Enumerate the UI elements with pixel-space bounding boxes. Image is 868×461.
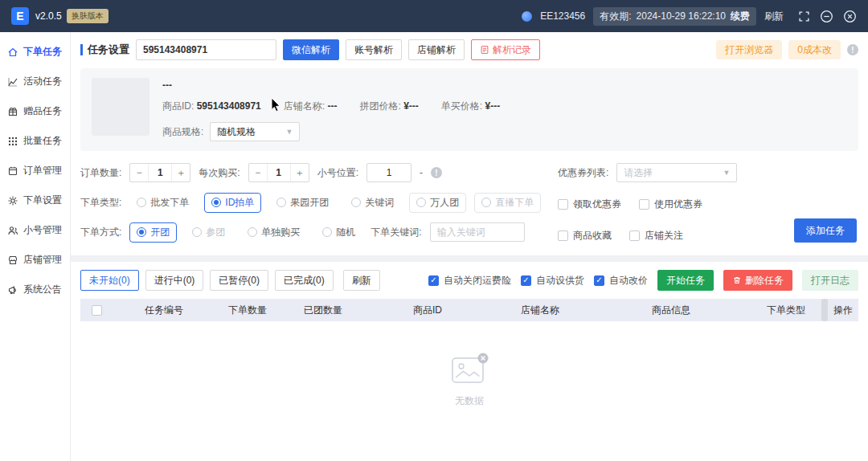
follow-shop-checkbox[interactable]: 店铺关注 [629, 229, 683, 243]
refresh-link[interactable]: 刷新 [764, 10, 784, 23]
sidebar-item-order-manage[interactable]: 订单管理 [0, 156, 70, 186]
position-input[interactable] [366, 163, 411, 182]
app-version: v2.0.5 [35, 10, 62, 22]
product-card: --- 商品ID: 595143408971 店铺名称: --- 拼团价格: ¥… [80, 68, 858, 151]
sidebar-item-shop-manage[interactable]: 店铺管理 [0, 245, 70, 275]
product-id-input[interactable] [136, 39, 276, 60]
sidebar-item-label: 下单设置 [23, 194, 62, 207]
refresh-list-button[interactable]: 刷新 [343, 270, 380, 291]
minimize-icon[interactable] [820, 10, 833, 23]
document-icon [480, 45, 489, 55]
radio-icon [416, 198, 426, 207]
shop-parse-button[interactable]: 店铺解析 [408, 39, 465, 60]
radio-icon [481, 198, 491, 207]
order-type-id[interactable]: ID拍单 [204, 193, 261, 213]
order-type-wholesale[interactable]: 批发下单 [129, 193, 196, 213]
favorite-product-checkbox[interactable]: 商品收藏 [558, 229, 612, 243]
zero-cost-button[interactable]: 0成本改 [788, 40, 841, 59]
position-info-icon[interactable]: ! [431, 167, 442, 178]
order-mode-random[interactable]: 随机 [315, 222, 362, 243]
chevron-down-icon: ▼ [285, 128, 293, 136]
tab-completed[interactable]: 已完成(0) [275, 270, 334, 291]
radio-icon [211, 198, 221, 207]
per-buy-label: 每次购买: [199, 166, 240, 180]
auto-close-freight-checkbox[interactable]: 自动关闭运费险 [428, 274, 511, 288]
order-mode-open-group[interactable]: 开团 [129, 222, 177, 243]
order-type-group10k[interactable]: 万人团 [409, 193, 466, 213]
group-price-value: ¥--- [403, 100, 419, 112]
sidebar-item-account-manage[interactable]: 小号管理 [0, 215, 70, 245]
shop-name-label: 店铺名称: [284, 100, 325, 112]
per-buy-stepper[interactable]: −1＋ [248, 163, 309, 182]
order-type-keyword[interactable]: 关键词 [344, 193, 401, 213]
renew-link[interactable]: 续费 [731, 10, 750, 23]
keyword-input[interactable] [430, 222, 525, 242]
empty-text: 无数据 [455, 394, 484, 408]
account-parse-button[interactable]: 账号解析 [346, 39, 402, 60]
sidebar-item-system-notice[interactable]: 系统公告 [0, 275, 70, 304]
tab-in-progress[interactable]: 进行中(0) [145, 270, 204, 291]
coupon-list-label: 优惠券列表: [558, 166, 608, 180]
main-content: 任务设置 微信解析 账号解析 店铺解析 解析记录 打开浏览器 0成本改 ! --… [71, 32, 868, 461]
fullscreen-icon[interactable] [798, 10, 810, 22]
validity-value: 2024-10-29 16:22:10 [637, 10, 726, 22]
trash-icon [732, 275, 742, 285]
plus-icon[interactable]: ＋ [291, 166, 309, 180]
column-product-info: 商品信息 [592, 304, 751, 317]
megaphone-icon [7, 284, 18, 296]
account-status-dot [522, 11, 532, 22]
position-label: 小号位置: [317, 166, 358, 180]
checkbox-icon [639, 199, 649, 210]
checkbox-checked-icon [521, 275, 531, 286]
coupon-select[interactable]: 请选择 ▼ [616, 163, 737, 182]
version-badge: 换肤版本 [67, 9, 108, 23]
column-product-id: 商品ID [366, 304, 489, 317]
get-coupon-checkbox[interactable]: 领取优惠券 [558, 198, 621, 211]
product-title: --- [162, 80, 500, 91]
sidebar-item-order-settings[interactable]: 下单设置 [0, 186, 70, 215]
auto-supply-checkbox[interactable]: 自动设供货 [521, 274, 584, 288]
start-task-button[interactable]: 开始任务 [657, 270, 714, 291]
order-qty-label: 订单数量: [80, 166, 121, 180]
order-mode-single-buy[interactable]: 单独购买 [240, 222, 307, 243]
sidebar-item-order-task[interactable]: 下单任务 [0, 37, 70, 67]
order-type-label: 下单类型: [80, 196, 121, 210]
sidebar-item-label: 小号管理 [23, 223, 62, 237]
use-coupon-checkbox[interactable]: 使用优惠券 [639, 198, 702, 211]
home-icon [7, 47, 18, 58]
product-image-placeholder [92, 78, 149, 136]
sidebar-item-label: 系统公告 [23, 283, 62, 296]
delete-task-button[interactable]: 删除任务 [723, 270, 792, 291]
table-scrollbar[interactable] [821, 299, 828, 321]
open-log-button[interactable]: 打开日志 [802, 270, 858, 291]
column-order-type: 下单类型 [751, 304, 821, 317]
grid-icon [7, 136, 18, 147]
sidebar-item-batch-task[interactable]: 批量任务 [0, 126, 70, 156]
tab-paused[interactable]: 已暂停(0) [210, 270, 268, 291]
wechat-parse-button[interactable]: 微信解析 [283, 39, 339, 60]
task-setup-panel: 任务设置 微信解析 账号解析 店铺解析 解析记录 打开浏览器 0成本改 ! --… [71, 32, 868, 255]
info-icon[interactable]: ! [847, 44, 858, 55]
add-task-button[interactable]: 添加任务 [794, 218, 857, 243]
radio-icon [322, 227, 332, 237]
spec-select[interactable]: 随机规格 ▼ [210, 122, 300, 141]
order-type-orchard[interactable]: 果园开团 [269, 193, 336, 213]
close-icon[interactable] [843, 10, 857, 23]
column-shop-name: 店铺名称 [489, 304, 592, 317]
order-qty-stepper[interactable]: −1＋ [129, 163, 190, 182]
parse-record-button[interactable]: 解析记录 [471, 39, 540, 60]
minus-icon[interactable]: − [130, 167, 148, 178]
tab-not-started[interactable]: 未开始(0) [80, 270, 139, 291]
order-options: 订单数量: −1＋ 每次购买: −1＋ 小号位置: - ! [80, 162, 858, 246]
radio-icon [137, 227, 146, 237]
sidebar-item-activity-task[interactable]: 活动任务 [0, 67, 70, 96]
auto-reprice-checkbox[interactable]: 自动改价 [594, 274, 648, 288]
empty-state: 无数据 [71, 321, 868, 461]
plus-icon[interactable]: ＋ [172, 166, 190, 180]
select-all-checkbox[interactable] [92, 305, 102, 316]
sidebar-item-gift-task[interactable]: 赠品任务 [0, 96, 70, 126]
open-browser-button[interactable]: 打开浏览器 [716, 40, 782, 59]
position-suffix: - [420, 167, 423, 178]
minus-icon[interactable]: − [249, 167, 267, 178]
chart-icon [7, 76, 18, 88]
